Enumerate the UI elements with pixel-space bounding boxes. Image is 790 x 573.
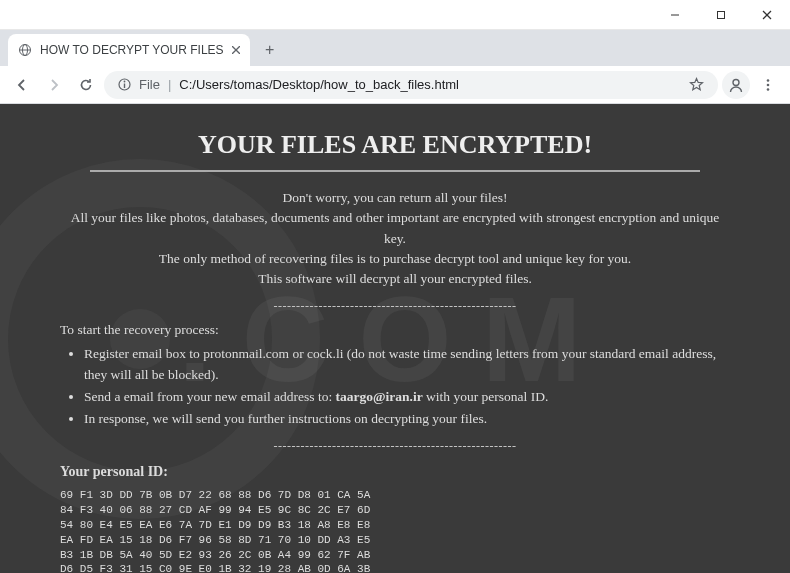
intro-line: All your files like photos, databases, d… <box>60 208 730 249</box>
minimize-button[interactable] <box>652 0 698 30</box>
person-icon <box>727 76 745 94</box>
close-window-button[interactable] <box>744 0 790 30</box>
personal-id-hex: 69 F1 3D DD 7B 0B D7 22 68 88 D6 7D D8 0… <box>60 488 730 573</box>
svg-point-14 <box>767 83 770 86</box>
contact-email: taargo@iran.ir <box>336 389 423 404</box>
globe-icon <box>18 43 32 57</box>
svg-point-12 <box>733 79 739 85</box>
arrow-right-icon <box>46 77 62 93</box>
list-text: with your personal ID. <box>423 389 549 404</box>
svg-rect-1 <box>718 11 725 18</box>
tab-title: HOW TO DECRYPT YOUR FILES <box>40 43 224 57</box>
intro-line: This software will decrypt all your encr… <box>60 269 730 289</box>
dash-separator: ----------------------------------------… <box>60 439 730 454</box>
star-icon <box>689 77 704 92</box>
list-item: In response, we will send you further in… <box>84 409 730 429</box>
svg-point-13 <box>767 79 770 82</box>
tab-close-button[interactable] <box>232 46 240 54</box>
page-viewport: .COM YOUR FILES ARE ENCRYPTED! Don't wor… <box>0 104 790 573</box>
profile-button[interactable] <box>722 71 750 99</box>
intro-block: Don't worry, you can return all your fil… <box>60 188 730 289</box>
new-tab-button[interactable]: + <box>256 36 284 64</box>
instruction-list: Register email box to protonmail.com or … <box>84 344 730 429</box>
svg-point-15 <box>767 88 770 91</box>
dash-separator: ----------------------------------------… <box>60 299 730 314</box>
back-button[interactable] <box>8 71 36 99</box>
svg-point-11 <box>124 81 126 83</box>
forward-button[interactable] <box>40 71 68 99</box>
reload-icon <box>78 77 94 93</box>
intro-line: The only method of recovering files is t… <box>60 249 730 269</box>
url-separator: | <box>168 77 171 92</box>
list-item: Register email box to protonmail.com or … <box>84 344 730 385</box>
list-item: Send a email from your new email address… <box>84 387 730 407</box>
dots-vertical-icon <box>761 78 775 92</box>
list-text: Send a email from your new email address… <box>84 389 336 404</box>
maximize-icon <box>716 10 726 20</box>
browser-tab[interactable]: HOW TO DECRYPT YOUR FILES <box>8 34 250 66</box>
url-text: C:/Users/tomas/Desktop/how_to_back_files… <box>179 77 681 92</box>
intro-line: Don't worry, you can return all your fil… <box>60 188 730 208</box>
reload-button[interactable] <box>72 71 100 99</box>
close-icon <box>762 10 772 20</box>
tab-strip: HOW TO DECRYPT YOUR FILES + <box>0 30 790 66</box>
browser-toolbar: File | C:/Users/tomas/Desktop/how_to_bac… <box>0 66 790 104</box>
page-title: YOUR FILES ARE ENCRYPTED! <box>60 130 730 160</box>
arrow-left-icon <box>14 77 30 93</box>
divider <box>90 170 700 172</box>
start-recovery-line: To start the recovery process: <box>60 322 730 338</box>
minimize-icon <box>670 10 680 20</box>
maximize-button[interactable] <box>698 0 744 30</box>
close-icon <box>232 46 240 54</box>
personal-id-label: Your personal ID: <box>60 464 730 480</box>
ransom-note-page: YOUR FILES ARE ENCRYPTED! Don't worry, y… <box>0 104 790 573</box>
info-icon <box>118 78 131 91</box>
bookmark-button[interactable] <box>689 77 704 92</box>
url-scheme-chip: File <box>139 77 160 92</box>
kebab-menu-button[interactable] <box>754 71 782 99</box>
address-bar[interactable]: File | C:/Users/tomas/Desktop/how_to_bac… <box>104 71 718 99</box>
window-titlebar <box>0 0 790 30</box>
